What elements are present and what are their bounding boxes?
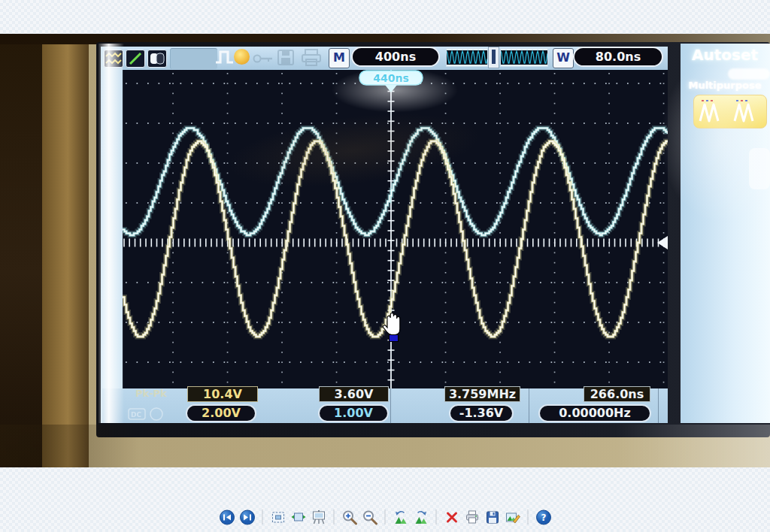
top-bar-inset	[170, 48, 217, 69]
display-format-icon	[104, 50, 123, 68]
window-timebase-value: 80.0ns	[573, 47, 663, 67]
oscilloscope-photo[interactable]: M 400ns W 80.0ns 440ns Pk-Pk 10.4V 3.60V…	[0, 34, 770, 467]
record-preview-left	[446, 48, 488, 67]
status-divider	[529, 388, 529, 424]
coupling-dc-icon: DC	[128, 407, 173, 425]
ch1-pkpk-readout: 10.4V	[187, 386, 258, 402]
multicycle-waveform-button	[693, 95, 767, 128]
ch2-scale-readout: 1.00V	[318, 404, 389, 422]
measurement-type-label: Pk-Pk	[135, 388, 167, 399]
toolbar-separator	[262, 509, 263, 524]
main-timebase-value: 400ns	[351, 47, 440, 67]
status-divider	[390, 388, 391, 424]
ext-frequency-readout: 0.00000Hz	[538, 404, 651, 422]
contrast-icon	[147, 50, 167, 68]
ch2-pkpk-readout: 3.60V	[319, 386, 389, 402]
key-lock-icon	[253, 53, 274, 67]
svg-text:DC: DC	[131, 411, 141, 419]
print-button[interactable]	[463, 508, 481, 526]
zoom-in-button[interactable]	[341, 508, 359, 526]
multipurpose-label: Multipurpose	[680, 80, 770, 91]
svg-text:440ns: 440ns	[373, 72, 409, 84]
zoom-out-button[interactable]	[361, 508, 379, 526]
pulse-icon	[215, 48, 235, 69]
viewer-toolbar: ?	[218, 508, 553, 526]
toolbar-separator	[436, 509, 437, 524]
status-divider	[658, 388, 659, 424]
best-fit-button[interactable]	[269, 508, 287, 526]
window-timebase-label: W	[553, 48, 574, 68]
run-status-icon	[234, 49, 250, 65]
help-button[interactable]: ?	[535, 508, 553, 526]
actual-size-button[interactable]	[290, 508, 308, 526]
autoset-softkey-label: Autoset	[681, 46, 768, 64]
toolbar-separator	[334, 509, 335, 524]
period-readout: 266.0ns	[584, 386, 650, 402]
window-position-marker	[488, 47, 499, 68]
image-viewer-window: M 400ns W 80.0ns 440ns Pk-Pk 10.4V 3.60V…	[0, 0, 770, 532]
record-preview-right	[500, 48, 548, 67]
toolbar-separator	[528, 509, 529, 524]
frequency-readout: 3.759MHz	[444, 386, 520, 402]
previous-image-button[interactable]	[218, 508, 236, 526]
toolbar-separator	[385, 509, 386, 524]
next-image-button[interactable]	[238, 508, 256, 526]
ch1-scale-readout: 2.00V	[186, 404, 256, 422]
photo-background-tan-column	[42, 34, 89, 467]
photo-vignette	[0, 425, 770, 467]
main-timebase-label: M	[329, 48, 350, 68]
slideshow-button[interactable]	[310, 508, 328, 526]
trigger-level-readout: -1.36V	[449, 404, 514, 422]
delete-button[interactable]	[443, 508, 461, 526]
save-disk-icon	[277, 49, 295, 69]
svg-text:?: ?	[541, 512, 546, 523]
scope-left-margin	[101, 47, 123, 423]
scope-graticule: 440ns	[123, 70, 668, 388]
persistence-icon	[126, 50, 145, 68]
panel-reflection	[728, 68, 770, 80]
printer-icon	[301, 49, 322, 69]
rotate-left-button[interactable]	[392, 508, 410, 526]
save-button[interactable]	[484, 508, 502, 526]
edit-button[interactable]	[504, 508, 522, 526]
faded-softkey	[749, 148, 770, 189]
rotate-right-button[interactable]	[412, 508, 430, 526]
photo-background-dark	[0, 34, 47, 467]
